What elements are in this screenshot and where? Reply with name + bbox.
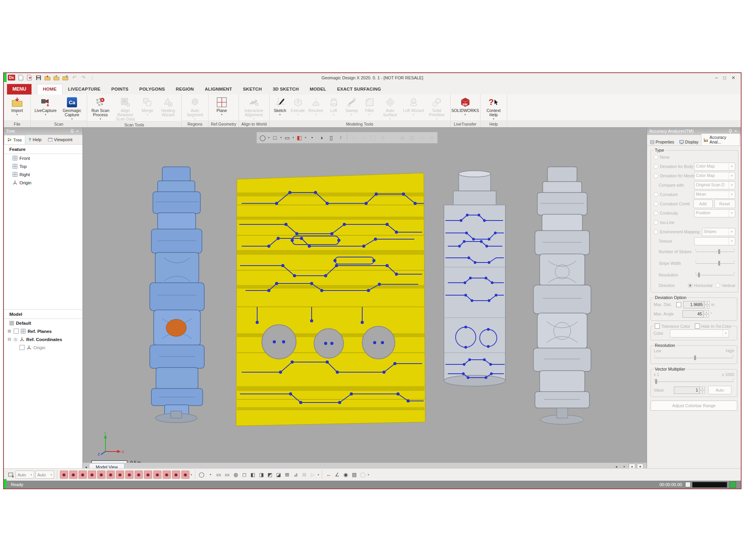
view-bottom-icon[interactable] bbox=[267, 471, 274, 478]
dropdown-caret-icon[interactable] bbox=[293, 136, 294, 139]
resolution-group-slider[interactable] bbox=[654, 355, 734, 361]
tab-polygons[interactable]: POLYGONS bbox=[134, 84, 170, 94]
expand-icon[interactable]: ⊞ bbox=[7, 329, 12, 334]
model-yellow-mesh[interactable] bbox=[234, 170, 427, 428]
extrude-button[interactable]: Extrude bbox=[289, 96, 307, 121]
tree-item-ref-coordinates[interactable]: ⊟ ◎ Ref. Coordinates bbox=[4, 335, 82, 343]
sketch-button[interactable]: Sketch bbox=[272, 96, 289, 121]
radio-environment-mapping[interactable] bbox=[654, 229, 658, 234]
option-environment-mapping[interactable]: Environment MappingStripes bbox=[654, 227, 735, 236]
vector-multiplier-slider[interactable] bbox=[654, 378, 734, 385]
model-blue-scan[interactable] bbox=[142, 164, 212, 429]
wireframe-mode-icon[interactable] bbox=[271, 133, 279, 142]
import-button[interactable]: Import bbox=[6, 96, 28, 121]
import-file-icon[interactable] bbox=[26, 75, 33, 81]
radio-deviation-mesh[interactable] bbox=[654, 173, 658, 178]
show-region-toggle-icon[interactable] bbox=[88, 471, 96, 479]
show-surface-toggle-icon[interactable] bbox=[97, 471, 105, 479]
zoom-area-icon[interactable] bbox=[207, 471, 214, 478]
line-select-icon[interactable] bbox=[349, 133, 358, 142]
tab-properties[interactable]: Properties bbox=[648, 138, 677, 145]
view-top-icon[interactable] bbox=[258, 471, 265, 478]
normal-view-icon[interactable] bbox=[292, 471, 300, 478]
tab-help[interactable]: ? Help bbox=[25, 135, 44, 144]
geomagic-capture-button[interactable]: Ca Geomagic Capture bbox=[59, 96, 85, 121]
view-iso-icon[interactable] bbox=[275, 471, 282, 478]
selection-mode-icon[interactable] bbox=[7, 471, 14, 478]
freeform-select-icon[interactable] bbox=[388, 133, 397, 142]
origin-checkbox[interactable] bbox=[19, 345, 25, 350]
tab-home[interactable]: HOME bbox=[37, 84, 62, 94]
dropdown-caret-icon[interactable] bbox=[281, 136, 282, 139]
view-back-icon[interactable] bbox=[224, 471, 231, 478]
dropdown-caret-icon[interactable] bbox=[268, 136, 270, 139]
ref-coord-marker-icon[interactable]: ◎ bbox=[14, 337, 18, 342]
radio-vertical[interactable] bbox=[715, 283, 720, 288]
spline-select-icon[interactable] bbox=[398, 133, 407, 142]
adjust-colorbar-range-button[interactable]: Adjust Colorbar Range bbox=[651, 401, 737, 411]
export-folder-icon[interactable] bbox=[53, 75, 60, 81]
tab-livecapture[interactable]: LIVECAPTURE bbox=[63, 84, 106, 94]
hide-intol-checkbox[interactable] bbox=[695, 324, 700, 329]
radio-deviation-body[interactable] bbox=[654, 164, 658, 169]
face-display-icon[interactable] bbox=[295, 133, 304, 142]
show-mesh-toggle-icon[interactable] bbox=[69, 471, 77, 479]
comb-reset-button[interactable]: Reset bbox=[714, 200, 735, 208]
dropdown-caret-icon[interactable] bbox=[318, 473, 319, 476]
deviation-mesh-select[interactable]: Color Map bbox=[694, 172, 735, 180]
align-between-scan-data-button[interactable]: Align Between Scan Data bbox=[112, 96, 138, 121]
deviation-body-select[interactable]: Color Map bbox=[694, 163, 735, 171]
fillet-button[interactable]: Fillet bbox=[361, 96, 378, 121]
view-rotate-icon[interactable] bbox=[232, 471, 240, 478]
tab-display[interactable]: Display bbox=[677, 138, 701, 145]
pin-view-icon[interactable] bbox=[337, 133, 345, 142]
auto-surface-button[interactable]: Auto Surface bbox=[379, 96, 402, 121]
view-left-icon[interactable] bbox=[241, 471, 248, 478]
dropdown-caret-icon[interactable] bbox=[368, 473, 369, 476]
tab-viewpoint[interactable]: Viewpoint bbox=[45, 135, 76, 144]
radio-curvature[interactable] bbox=[654, 192, 658, 197]
context-help-button[interactable]: ? Context Help bbox=[482, 96, 505, 121]
tree-item-origin-child[interactable]: Origin bbox=[4, 343, 82, 352]
show-coordinate-toggle-icon[interactable] bbox=[163, 471, 171, 479]
model-gray-cylinder[interactable] bbox=[440, 170, 509, 415]
radio-curvature-comb[interactable] bbox=[654, 201, 658, 206]
show-measurement-toggle-icon[interactable] bbox=[172, 471, 180, 479]
tree-item-top[interactable]: Top bbox=[4, 162, 82, 170]
max-dist-checkbox[interactable] bbox=[676, 302, 681, 307]
tab-exact-surfacing[interactable]: EXACT SURFACING bbox=[332, 84, 387, 94]
menu-button[interactable]: MENU bbox=[7, 84, 32, 94]
option-deviation-body[interactable]: Deviation for BodyColor Map bbox=[654, 162, 735, 171]
minimize-button[interactable]: – bbox=[715, 75, 718, 80]
show-body-toggle-icon[interactable] bbox=[60, 471, 68, 479]
app-logo[interactable]: Dx bbox=[8, 75, 15, 80]
pin-icon[interactable] bbox=[69, 128, 75, 134]
close-panel-icon[interactable]: × bbox=[733, 128, 738, 134]
option-curvature[interactable]: CurvatureMean bbox=[654, 190, 735, 199]
radio-none[interactable] bbox=[654, 155, 658, 159]
radio-iso-line[interactable] bbox=[654, 220, 658, 225]
option-continuity[interactable]: ContinuityPosition bbox=[654, 208, 735, 218]
merge-button[interactable]: Merge bbox=[139, 96, 156, 121]
tree-item-origin[interactable]: Origin bbox=[4, 178, 82, 187]
show-sketch-toggle-icon[interactable] bbox=[107, 471, 115, 479]
tab-region[interactable]: REGION bbox=[170, 84, 200, 94]
redo-icon[interactable]: ↷ bbox=[80, 75, 87, 81]
option-iso-line[interactable]: Iso-Line bbox=[654, 218, 735, 227]
show-curve-toggle-icon[interactable] bbox=[135, 471, 143, 479]
show-vector-toggle-icon[interactable] bbox=[153, 471, 161, 479]
resolution-slider[interactable] bbox=[695, 272, 735, 278]
livecapture-button[interactable]: LiveCapture bbox=[33, 96, 58, 121]
option-deviation-mesh[interactable]: Deviation for MeshColor Map bbox=[654, 171, 735, 180]
polygon-select-icon[interactable] bbox=[417, 133, 426, 142]
display-mode-icon[interactable] bbox=[283, 133, 291, 142]
dropdown-caret-icon[interactable] bbox=[191, 473, 192, 476]
option-curvature-comb[interactable]: Curvature CombAddReset bbox=[654, 199, 735, 208]
maximize-button[interactable]: □ bbox=[723, 75, 726, 80]
open-folder-icon[interactable] bbox=[44, 75, 51, 81]
collapse-icon[interactable]: ⊟ bbox=[7, 337, 12, 342]
tab-accuracy-analyzer[interactable]: Accuracy Anal... bbox=[701, 133, 740, 145]
max-angle-spinner[interactable]: 45▲▼ bbox=[682, 310, 709, 318]
measure-radius-icon[interactable] bbox=[342, 471, 349, 478]
qat-more-icon[interactable]: ⋮ bbox=[89, 75, 96, 81]
